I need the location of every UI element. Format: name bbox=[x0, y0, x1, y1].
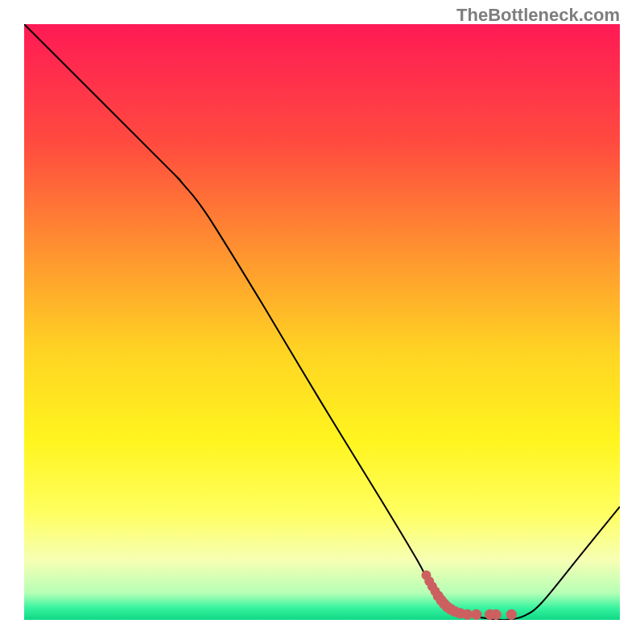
highlight-dot bbox=[490, 609, 501, 620]
watermark-text: TheBottleneck.com bbox=[456, 5, 620, 26]
plot-area bbox=[24, 24, 620, 620]
chart-svg bbox=[24, 24, 620, 620]
highlight-dots-group bbox=[422, 571, 517, 620]
bottleneck-curve bbox=[24, 24, 620, 620]
highlight-dot bbox=[471, 609, 481, 620]
highlight-dot bbox=[506, 609, 517, 620]
